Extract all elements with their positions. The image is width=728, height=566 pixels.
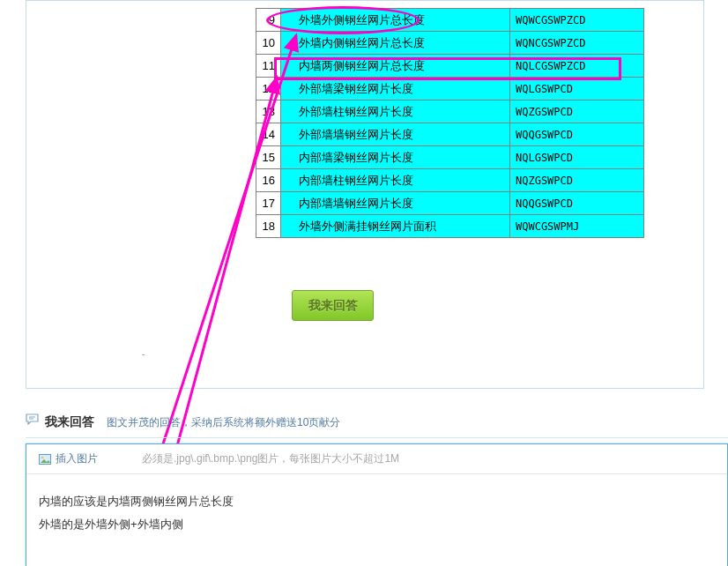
row-desc: 内部墙墙钢丝网片长度 [281,192,510,215]
row-number: 18 [256,215,281,238]
row-desc: 外部墙柱钢丝网片长度 [281,101,510,123]
section-title: 我来回答 [45,414,94,430]
table-row[interactable]: 18外墙外侧满挂钢丝网片面积WQWCGSWPMJ [256,215,644,238]
top-panel: 9外墙外侧钢丝网片总长度WQWCGSWPZCD10外墙内侧钢丝网片总长度WQNC… [26,0,704,389]
row-desc: 外墙外侧满挂钢丝网片面积 [281,215,510,238]
row-number: 12 [256,78,281,101]
table-row[interactable]: 15内部墙梁钢丝网片长度NQLGSWPCD [256,146,644,169]
answer-textarea[interactable]: 内墙的应该是内墙两侧钢丝网片总长度 外墙的是外墙外侧+外墙内侧 [26,474,727,552]
row-desc: 外部墙梁钢丝网片长度 [281,78,510,101]
answer-toolbar: 插入图片 必须是.jpg\.gif\.bmp.\png图片，每张图片大小不超过1… [26,444,727,474]
answer-header: 我来回答 图文并茂的回答，采纳后系统将额外赠送10页献分 [26,413,728,438]
insert-pic-label: 插入图片 [56,451,98,466]
row-number: 14 [256,123,281,146]
row-desc: 外部墙墙钢丝网片长度 [281,123,510,146]
content-line: 外墙的是外墙外侧+外墙内侧 [39,513,715,536]
row-number: 15 [256,146,281,169]
row-code: WQQGSWPCD [510,123,644,146]
axis-tick: - [142,349,145,359]
data-table: 9外墙外侧钢丝网片总长度WQWCGSWPZCD10外墙内侧钢丝网片总长度WQNC… [256,8,644,238]
row-code: WQWCGSWPMJ [510,215,644,238]
speech-bubble-icon [26,413,40,426]
row-number: 16 [256,169,281,192]
toolbar-hint: 必须是.jpg\.gif\.bmp.\png图片，每张图片大小不超过1M [142,451,399,466]
picture-icon [39,454,51,465]
row-number: 17 [256,192,281,215]
table-row[interactable]: 10外墙内侧钢丝网片总长度WQNCGSWPZCD [256,32,644,55]
answer-box: 插入图片 必须是.jpg\.gif\.bmp.\png图片，每张图片大小不超过1… [26,443,728,566]
row-desc: 外墙外侧钢丝网片总长度 [281,9,510,32]
table-row[interactable]: 11内墙两侧钢丝网片总长度NQLCGSWPZCD [256,55,644,78]
row-code: WQWCGSWPZCD [510,9,644,32]
row-desc: 内墙两侧钢丝网片总长度 [281,55,510,78]
row-number: 11 [256,55,281,78]
row-number: 9 [256,9,281,32]
table-row[interactable]: 14外部墙墙钢丝网片长度WQQGSWPCD [256,123,644,146]
row-code: NQLGSWPCD [510,146,644,169]
row-code: WQZGSWPCD [510,101,644,123]
insert-picture-button[interactable]: 插入图片 [39,451,98,466]
row-code: NQLCGSWPZCD [510,55,644,78]
row-desc: 外墙内侧钢丝网片总长度 [281,32,510,55]
table-row[interactable]: 9外墙外侧钢丝网片总长度WQWCGSWPZCD [256,9,644,32]
row-code: NQZGSWPCD [510,169,644,192]
row-desc: 内部墙梁钢丝网片长度 [281,146,510,169]
row-code: NQQGSWPCD [510,192,644,215]
table-row[interactable]: 16内部墙柱钢丝网片长度NQZGSWPCD [256,169,644,192]
row-desc: 内部墙柱钢丝网片长度 [281,169,510,192]
answer-section: 我来回答 图文并茂的回答，采纳后系统将额外赠送10页献分 插入图片 必须是.jp… [26,413,728,566]
table-row[interactable]: 13外部墙柱钢丝网片长度WQZGSWPCD [256,101,644,123]
row-code: WQLGSWPCD [510,78,644,101]
table-row[interactable]: 12外部墙梁钢丝网片长度WQLGSWPCD [256,78,644,101]
content-line: 内墙的应该是内墙两侧钢丝网片总长度 [39,490,715,513]
table-row[interactable]: 17内部墙墙钢丝网片长度NQQGSWPCD [256,192,644,215]
row-number: 13 [256,101,281,123]
section-subtitle: 图文并茂的回答，采纳后系统将额外赠送10页献分 [107,415,340,430]
row-number: 10 [256,32,281,55]
svg-point-5 [41,456,44,458]
answer-button[interactable]: 我来回答 [292,290,374,321]
row-code: WQNCGSWPZCD [510,32,644,55]
